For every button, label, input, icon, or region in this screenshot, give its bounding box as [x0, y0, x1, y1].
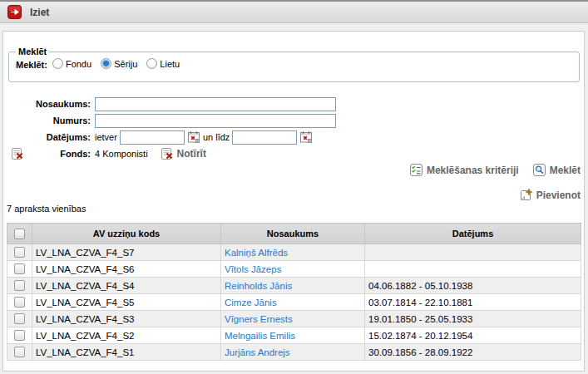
table-row: LV_LNA_CZVA_F4_S1 Jurjāns Andrejs 30.09.…	[7, 344, 581, 361]
search-type-option-label: Lietu	[160, 59, 180, 69]
row-checkbox-cell	[7, 261, 32, 278]
row-name-link[interactable]: Reinholds Jānis	[225, 281, 292, 291]
row-name-cell: Kalniņš Alfrēds	[221, 244, 365, 261]
row-checkbox[interactable]	[14, 297, 25, 308]
row-date	[365, 261, 581, 278]
search-type-radio[interactable]	[52, 58, 63, 69]
top-bar: Iziet	[0, 0, 588, 23]
row-name-link[interactable]: Vītols Jāzeps	[225, 264, 281, 274]
fund-row: Fonds: 4 Komponisti Notīrīt	[3, 145, 584, 162]
number-label: Numurs:	[3, 116, 95, 125]
row-code: LV_LNA_CZVA_F4_S1	[32, 344, 221, 361]
table-row: LV_LNA_CZVA_F4_S7 Kalniņš Alfrēds	[7, 244, 581, 261]
results-table-body: LV_LNA_CZVA_F4_S7 Kalniņš Alfrēds LV_LNA…	[7, 244, 581, 361]
search-button[interactable]: Meklēt	[532, 163, 581, 177]
row-checkbox[interactable]	[14, 280, 25, 291]
number-row: Numurs:	[3, 112, 584, 129]
add-row: Pievienot	[519, 188, 581, 204]
search-type-option[interactable]: Lietu	[146, 58, 180, 69]
row-checkbox-cell	[7, 311, 32, 327]
row-code: LV_LNA_CZVA_F4_S7	[32, 244, 221, 261]
column-header-date: Datējums	[365, 224, 581, 244]
calendar-icon[interactable]	[187, 130, 200, 144]
row-code: LV_LNA_CZVA_F4_S5	[32, 294, 221, 311]
row-checkbox-cell	[7, 244, 32, 261]
row-checkbox[interactable]	[14, 313, 25, 324]
row-checkbox[interactable]	[14, 330, 25, 341]
clear-fund-button[interactable]: Notīrīt	[161, 147, 206, 160]
select-all-cell	[7, 224, 32, 244]
table-row: LV_LNA_CZVA_F4_S2 Melngailis Emilis 15.0…	[7, 327, 581, 344]
search-type-option[interactable]: Fondu	[52, 58, 91, 69]
main-panel: Meklēt Meklēt: Fondu Sēriju Lietu Nosauk…	[2, 31, 585, 372]
search-fieldset: Meklēt Meklēt: Fondu Sēriju Lietu	[8, 47, 580, 82]
result-count: 7 apraksta vienības	[7, 204, 86, 214]
row-code: LV_LNA_CZVA_F4_S2	[32, 327, 221, 344]
row-name-cell: Reinholds Jānis	[221, 278, 365, 294]
add-page-icon	[519, 188, 533, 202]
row-checkbox-cell	[7, 278, 32, 294]
row-code: LV_LNA_CZVA_F4_S3	[32, 311, 221, 327]
exit-icon	[7, 5, 22, 19]
row-name-link[interactable]: Melngailis Emilis	[225, 331, 295, 341]
date-from-prefix: ietver	[95, 132, 117, 142]
search-type-radios: Fondu Sēriju Lietu	[52, 58, 186, 71]
search-icon	[532, 163, 546, 177]
clear-fund-label: Notīrīt	[177, 148, 206, 160]
search-criteria-button[interactable]: Meklēšanas kritēriji	[409, 163, 519, 177]
row-date: 03.07.1814 - 22.10.1881	[365, 294, 581, 311]
column-header-name: Nosaukums	[221, 224, 365, 244]
row-name-cell: Melngailis Emilis	[221, 327, 365, 344]
row-checkbox[interactable]	[14, 347, 25, 357]
search-criteria-label: Meklēšanas kritēriji	[427, 165, 519, 176]
row-checkbox[interactable]	[14, 263, 25, 274]
search-button-label: Meklēt	[550, 165, 581, 176]
row-checkbox-cell	[7, 344, 32, 361]
name-label: Nosaukums:	[3, 99, 95, 109]
row-name-cell: Vītols Jāzeps	[221, 261, 365, 278]
table-row: LV_LNA_CZVA_F4_S4 Reinholds Jānis 04.06.…	[7, 278, 581, 294]
name-input[interactable]	[95, 97, 336, 111]
column-header-code: AV uzziņu kods	[32, 224, 221, 244]
search-type-row: Meklēt: Fondu Sēriju Lietu	[16, 58, 579, 71]
row-date: 15.02.1874 - 20.12.1954	[365, 327, 581, 344]
row-code: LV_LNA_CZVA_F4_S4	[32, 278, 221, 294]
row-checkbox[interactable]	[14, 247, 25, 258]
exit-button[interactable]: Iziet	[7, 5, 49, 19]
fund-value: 4 Komponisti	[95, 149, 148, 159]
name-row: Nosaukums:	[3, 96, 584, 112]
date-row: Datējums: ietver un līdz	[3, 129, 584, 145]
search-type-option-label: Sēriju	[114, 59, 137, 69]
table-header-row: AV uzziņu kods Nosaukums Datējums	[7, 224, 581, 244]
row-date: 04.06.1882 - 05.10.1938	[365, 278, 581, 294]
row-code: LV_LNA_CZVA_F4_S6	[32, 261, 221, 278]
row-date: 30.09.1856 - 28.09.1922	[365, 344, 581, 361]
table-row: LV_LNA_CZVA_F4_S3 Vīgners Ernests 19.01.…	[7, 311, 581, 327]
row-name-link[interactable]: Cimze Jānis	[225, 298, 277, 308]
row-name-cell: Vīgners Ernests	[221, 311, 365, 327]
search-type-radio[interactable]	[101, 58, 111, 69]
calendar-icon[interactable]	[299, 130, 313, 144]
row-name-link[interactable]: Jurjāns Andrejs	[225, 347, 290, 357]
row-name-link[interactable]: Kalniņš Alfrēds	[225, 248, 288, 258]
clear-icon	[161, 147, 175, 160]
row-date: 19.01.1850 - 25.05.1933	[365, 311, 581, 327]
select-all-checkbox[interactable]	[14, 229, 25, 239]
clear-search-icon[interactable]	[11, 147, 25, 160]
search-type-option[interactable]: Sēriju	[101, 58, 137, 69]
criteria-checklist-icon	[409, 163, 423, 177]
search-type-option-label: Fondu	[66, 59, 91, 69]
row-name-link[interactable]: Vīgners Ernests	[225, 314, 293, 324]
row-name-cell: Jurjāns Andrejs	[221, 344, 365, 361]
actions-row: Meklēšanas kritēriji Meklēt	[409, 163, 581, 177]
row-checkbox-cell	[7, 327, 32, 344]
date-from-input[interactable]	[120, 130, 185, 145]
date-to-input[interactable]	[232, 130, 297, 145]
row-name-cell: Cimze Jānis	[221, 294, 365, 311]
search-fieldset-legend: Meklēt	[16, 47, 49, 57]
number-input[interactable]	[95, 114, 336, 128]
row-checkbox-cell	[7, 294, 32, 311]
search-type-radio[interactable]	[146, 58, 157, 69]
add-button[interactable]: Pievienot	[519, 188, 581, 202]
table-row: LV_LNA_CZVA_F4_S6 Vītols Jāzeps	[7, 261, 581, 278]
